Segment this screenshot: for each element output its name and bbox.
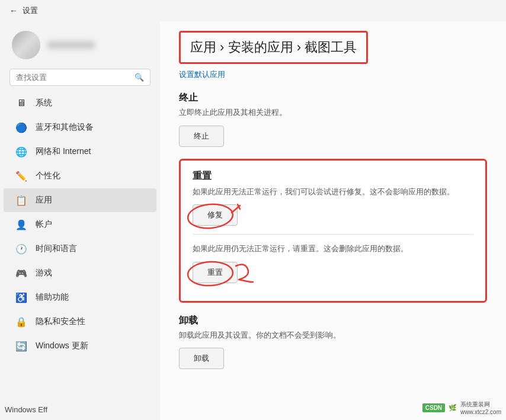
uninstall-desc: 卸载此应用及其设置。你的文档不会受到影响。: [179, 329, 487, 341]
user-name-blurred: [47, 41, 95, 49]
accessibility-icon: ♿: [15, 291, 27, 303]
sidebar-item-privacy[interactable]: 🔒 隐私和安全性: [4, 310, 156, 334]
sidebar-item-label: 蓝牙和其他设备: [36, 122, 94, 133]
terminate-section: 终止 立即终止此应用及其相关进程。 终止: [179, 92, 487, 147]
content-area: 应用 › 安装的应用 › 截图工具 设置默认应用 终止 立即终止此应用及其相关进…: [160, 21, 506, 420]
apps-icon: 📋: [15, 194, 27, 206]
back-button[interactable]: ←: [9, 6, 18, 15]
sidebar-item-label: 辅助功能: [36, 292, 69, 303]
uninstall-button[interactable]: 卸载: [179, 348, 224, 369]
user-section: [0, 21, 160, 66]
sidebar-item-bluetooth[interactable]: 🔵 蓝牙和其他设备: [4, 116, 156, 139]
breadcrumb: 应用 › 安装的应用 › 截图工具: [190, 40, 357, 54]
reset-section: 重置 如果此应用无法正常运行，我们可以尝试进行修复。这不会影响应用的数据。 修复: [179, 159, 487, 303]
sidebar-item-label: 隐私和安全性: [36, 316, 85, 327]
bluetooth-icon: 🔵: [15, 121, 27, 133]
sidebar-item-label: 游戏: [36, 268, 52, 278]
sidebar-item-apps[interactable]: 📋 应用: [4, 188, 156, 212]
sidebar-item-time[interactable]: 🕐 时间和语言: [4, 237, 156, 261]
window-title: 设置: [23, 5, 38, 16]
main-layout: 🔍 🖥 系统 🔵 蓝牙和其他设备 🌐 网络和 Internet ✏️ 个性化 📋: [0, 21, 506, 420]
uninstall-section: 卸载 卸载此应用及其设置。你的文档不会受到影响。 卸载: [179, 315, 487, 370]
sidebar-item-label: 应用: [36, 195, 52, 206]
sidebar-item-games[interactable]: 🎮 游戏: [4, 261, 156, 285]
repair-button[interactable]: 修复: [193, 204, 238, 226]
sidebar-item-label: 帐户: [36, 219, 52, 230]
search-input[interactable]: [16, 73, 130, 82]
sidebar-item-label: 个性化: [36, 171, 60, 181]
sidebar-item-label: 网络和 Internet: [36, 146, 91, 157]
privacy-icon: 🔒: [15, 316, 27, 328]
time-icon: 🕐: [15, 243, 27, 255]
csdn-label: CSDN: [422, 403, 445, 412]
repair-row: 如果此应用无法正常运行，我们可以尝试进行修复。这不会影响应用的数据。 修复: [193, 186, 473, 226]
sidebar-item-accounts[interactable]: 👤 帐户: [4, 213, 156, 236]
terminate-title: 终止: [179, 92, 487, 104]
sidebar-item-label: Windows 更新: [36, 341, 88, 351]
sidebar-item-label: 系统: [36, 98, 52, 108]
watermark-icon: 🌿: [449, 404, 457, 412]
uninstall-title: 卸载: [179, 315, 487, 327]
search-icon: 🔍: [134, 73, 144, 82]
reset-desc: 如果此应用仍无法正常运行，请重置。这会删除此应用的数据。: [193, 243, 473, 255]
system-icon: 🖥: [15, 97, 27, 109]
network-icon: 🌐: [15, 146, 27, 158]
breadcrumb-box: 应用 › 安装的应用 › 截图工具: [179, 31, 368, 64]
sidebar-item-network[interactable]: 🌐 网络和 Internet: [4, 140, 156, 163]
terminate-desc: 立即终止此应用及其相关进程。: [179, 107, 487, 118]
sidebar-item-personalize[interactable]: ✏️ 个性化: [4, 164, 156, 188]
sidebar: 🔍 🖥 系统 🔵 蓝牙和其他设备 🌐 网络和 Internet ✏️ 个性化 📋: [0, 21, 160, 420]
reset-button[interactable]: 重置: [193, 262, 238, 283]
watermark: CSDN 🌿 系统重装网www.xtcz2.com: [422, 400, 501, 415]
sidebar-item-windows-update[interactable]: 🔄 Windows 更新: [4, 334, 156, 358]
bottom-windows-label: Windows Eff: [5, 405, 47, 414]
sidebar-item-label: 时间和语言: [36, 243, 77, 254]
search-box[interactable]: 🔍: [9, 69, 150, 86]
sidebar-item-system[interactable]: 🖥 系统: [4, 91, 156, 115]
set-default-link[interactable]: 设置默认应用: [179, 69, 225, 80]
sidebar-nav: 🖥 系统 🔵 蓝牙和其他设备 🌐 网络和 Internet ✏️ 个性化 📋 应…: [0, 91, 160, 358]
title-bar: ← 设置: [0, 0, 506, 21]
reset-title: 重置: [193, 170, 473, 182]
windows-update-icon: 🔄: [15, 340, 27, 352]
games-icon: 🎮: [15, 267, 27, 279]
repair-desc: 如果此应用无法正常运行，我们可以尝试进行修复。这不会影响应用的数据。: [193, 186, 473, 198]
sidebar-item-accessibility[interactable]: ♿ 辅助功能: [4, 286, 156, 309]
watermark-site: 系统重装网www.xtcz2.com: [460, 400, 501, 415]
accounts-icon: 👤: [15, 219, 27, 230]
reset-row: 如果此应用仍无法正常运行，请重置。这会删除此应用的数据。 重置: [193, 243, 473, 283]
terminate-button[interactable]: 终止: [179, 126, 224, 147]
personalize-icon: ✏️: [15, 170, 27, 182]
svg-line-2: [238, 204, 240, 209]
avatar: [12, 31, 40, 59]
